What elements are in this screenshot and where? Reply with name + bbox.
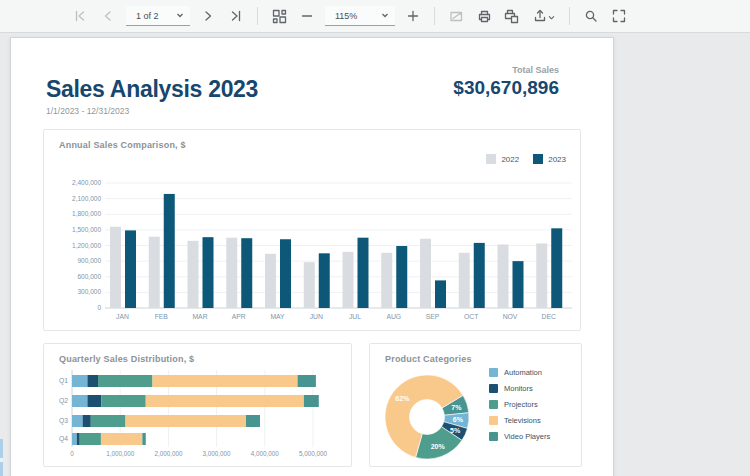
legend-swatch	[489, 432, 498, 441]
export-button[interactable]	[528, 4, 560, 28]
toolbar-separator	[257, 7, 258, 25]
legend-label: Monitors	[504, 384, 533, 393]
legend-item-projectors: Projectors	[489, 400, 550, 409]
svg-text:0: 0	[70, 450, 74, 457]
svg-text:3,000,000: 3,000,000	[203, 450, 232, 457]
svg-text:20%: 20%	[431, 443, 446, 450]
svg-text:FEB: FEB	[155, 313, 169, 320]
legend-swatch	[489, 384, 498, 393]
next-page-button[interactable]	[196, 4, 220, 28]
chevron-left-icon	[101, 9, 115, 23]
svg-text:1,800,000: 1,800,000	[72, 210, 101, 217]
svg-text:7%: 7%	[451, 404, 462, 411]
zoom-out-button[interactable]	[295, 4, 319, 28]
page-layout-button[interactable]	[267, 4, 291, 28]
legend-item-automation: Automation	[489, 368, 550, 377]
svg-text:300,000: 300,000	[78, 288, 102, 295]
minus-icon	[300, 9, 314, 23]
full-screen-icon	[612, 9, 626, 23]
total-sales-label: Total Sales	[453, 65, 559, 75]
first-page-button[interactable]	[68, 4, 92, 28]
edit-report-button[interactable]	[444, 4, 468, 28]
svg-text:2,000,000: 2,000,000	[154, 450, 183, 457]
quarterly-sales-panel: Quarterly Sales Distribution, $ 01,000,0…	[43, 343, 352, 467]
document-canvas: Sales Analysis 2023 1/1/2023 - 12/31/202…	[0, 33, 750, 476]
report-page: Sales Analysis 2023 1/1/2023 - 12/31/202…	[10, 37, 614, 476]
svg-text:2,100,000: 2,100,000	[72, 195, 101, 202]
chevron-down-icon	[548, 7, 555, 25]
last-page-button[interactable]	[224, 4, 248, 28]
svg-text:NOV: NOV	[503, 313, 518, 320]
annual-sales-panel: Annual Sales Comparison, $ 20222023 0300…	[43, 129, 581, 331]
plus-icon	[406, 9, 420, 23]
export-icon	[533, 9, 547, 23]
legend-item-monitors: Monitors	[489, 384, 550, 393]
page-number-value: 1 of 2	[136, 11, 159, 21]
svg-text:APR: APR	[232, 313, 246, 320]
zoom-level-value: 115%	[335, 11, 357, 21]
zoom-level-select[interactable]: 115%	[325, 6, 395, 26]
search-button[interactable]	[579, 4, 603, 28]
svg-text:1,000,000: 1,000,000	[106, 450, 135, 457]
product-categories-panel: Product Categories 7%6%5%20%62% Automati…	[369, 343, 582, 467]
svg-text:1,200,000: 1,200,000	[72, 242, 101, 249]
toolbar-separator	[434, 7, 435, 25]
svg-text:900,000: 900,000	[78, 257, 102, 264]
annual-sales-chart: 0300,000600,000900,0001,200,0001,500,000…	[44, 130, 582, 331]
page-title: Sales Analysis 2023	[46, 76, 258, 103]
legend-item-video-players: Video Players	[489, 432, 550, 441]
svg-text:6%: 6%	[453, 416, 464, 423]
svg-text:OCT: OCT	[464, 313, 478, 320]
svg-text:MAY: MAY	[270, 313, 285, 320]
svg-text:MAR: MAR	[192, 313, 207, 320]
total-sales-block: Total Sales $30,670,896	[453, 65, 559, 99]
printer-icon	[477, 9, 492, 24]
chevron-down-icon	[176, 11, 184, 21]
svg-text:Q4: Q4	[59, 435, 68, 443]
total-sales-value: $30,670,896	[453, 77, 559, 99]
legend-label: Projectors	[504, 400, 538, 409]
legend-label: Video Players	[504, 432, 550, 441]
product-categories-chart: 7%6%5%20%62%	[370, 344, 583, 467]
svg-text:4,000,000: 4,000,000	[251, 450, 280, 457]
svg-text:5%: 5%	[450, 427, 461, 434]
chevron-right-icon	[201, 9, 215, 23]
svg-text:JUL: JUL	[349, 313, 361, 320]
legend-item-televisions: Televisions	[489, 416, 550, 425]
zoom-in-button[interactable]	[401, 4, 425, 28]
legend-swatch	[489, 416, 498, 425]
search-icon	[584, 9, 598, 23]
svg-text:0: 0	[97, 304, 101, 311]
first-page-icon	[73, 9, 87, 23]
page-layout-icon	[272, 9, 287, 24]
svg-text:AUG: AUG	[386, 313, 401, 320]
svg-text:600,000: 600,000	[78, 273, 102, 280]
print-button[interactable]	[472, 4, 496, 28]
toolbar-separator	[569, 7, 570, 25]
previous-page-button[interactable]	[96, 4, 120, 28]
viewer-toolbar: 1 of 2 115%	[0, 0, 750, 33]
legend-label: Automation	[504, 368, 542, 377]
page-number-select[interactable]: 1 of 2	[126, 6, 190, 26]
report-date-range: 1/1/2023 - 12/31/2023	[46, 106, 129, 116]
svg-text:1,500,000: 1,500,000	[72, 226, 101, 233]
svg-text:Q1: Q1	[59, 377, 68, 385]
svg-text:Q3: Q3	[59, 417, 68, 425]
legend-swatch	[489, 368, 498, 377]
svg-text:Q2: Q2	[59, 397, 68, 405]
legend-label: Televisions	[504, 416, 541, 425]
svg-text:62%: 62%	[395, 395, 410, 402]
side-panel-strip[interactable]	[0, 439, 3, 476]
legend-swatch	[489, 400, 498, 409]
product-categories-legend: AutomationMonitorsProjectorsTelevisionsV…	[489, 368, 550, 441]
full-screen-button[interactable]	[607, 4, 631, 28]
chevron-down-icon	[381, 11, 389, 21]
svg-text:DEC: DEC	[542, 313, 556, 320]
svg-text:JAN: JAN	[116, 313, 129, 320]
svg-text:5,000,000: 5,000,000	[299, 450, 328, 457]
svg-text:JUN: JUN	[310, 313, 323, 320]
quarterly-sales-chart: 01,000,0002,000,0003,000,0004,000,0005,0…	[44, 344, 353, 467]
last-page-icon	[229, 9, 243, 23]
print-page-button[interactable]	[500, 4, 524, 28]
edit-document-icon	[449, 9, 464, 24]
